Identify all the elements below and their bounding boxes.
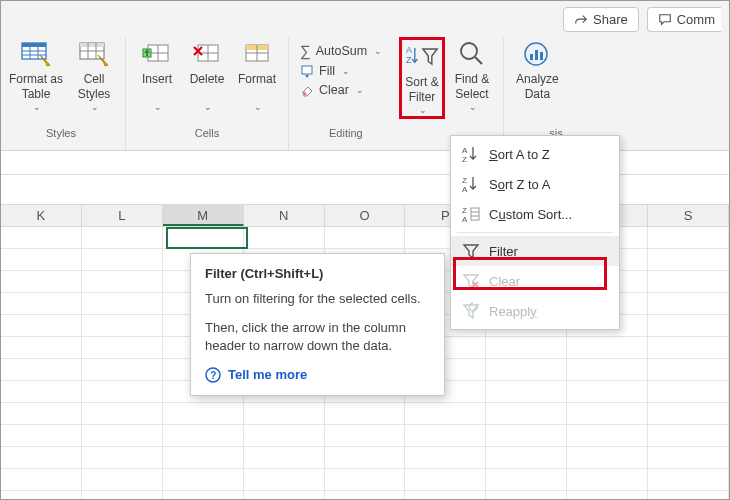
cell[interactable]: [82, 271, 163, 292]
cell[interactable]: [648, 403, 729, 424]
cell[interactable]: [1, 249, 82, 270]
menu-sort-za[interactable]: ZA Sort Z to A: [451, 169, 619, 199]
cell-styles-button[interactable]: Cell Styles⌄: [71, 37, 117, 115]
cell[interactable]: [648, 315, 729, 336]
cell[interactable]: [163, 425, 244, 446]
cell[interactable]: [567, 469, 648, 490]
cell[interactable]: [82, 337, 163, 358]
cell[interactable]: [244, 491, 325, 500]
cell[interactable]: [486, 359, 567, 380]
cell[interactable]: [325, 425, 406, 446]
cell[interactable]: [567, 337, 648, 358]
cell[interactable]: [244, 403, 325, 424]
fill-button[interactable]: Fill ⌄: [297, 63, 395, 79]
cell[interactable]: [648, 293, 729, 314]
cell[interactable]: [1, 271, 82, 292]
cell[interactable]: [1, 227, 82, 248]
cell[interactable]: [82, 249, 163, 270]
menu-custom-sort[interactable]: ZA Custom Sort...: [451, 199, 619, 229]
cell[interactable]: [405, 403, 486, 424]
cell[interactable]: [405, 447, 486, 468]
cell[interactable]: [325, 447, 406, 468]
cell[interactable]: [244, 425, 325, 446]
autosum-button[interactable]: ∑ AutoSum ⌄: [297, 41, 395, 60]
cell[interactable]: [648, 227, 729, 248]
cell[interactable]: [648, 359, 729, 380]
cell[interactable]: [82, 447, 163, 468]
cell[interactable]: [1, 425, 82, 446]
menu-filter[interactable]: Filter: [451, 236, 619, 266]
cell[interactable]: [1, 293, 82, 314]
column-header-M[interactable]: M: [163, 205, 244, 226]
find-select-button[interactable]: Find & Select⌄: [449, 37, 495, 115]
tell-me-more-link[interactable]: ? Tell me more: [205, 367, 430, 383]
cell[interactable]: [1, 403, 82, 424]
cell[interactable]: [163, 227, 244, 248]
cell[interactable]: [648, 425, 729, 446]
cell[interactable]: [567, 381, 648, 402]
cell[interactable]: [244, 469, 325, 490]
cell[interactable]: [82, 403, 163, 424]
cell[interactable]: [163, 491, 244, 500]
cell[interactable]: [1, 337, 82, 358]
cell[interactable]: [648, 381, 729, 402]
cell[interactable]: [82, 359, 163, 380]
cell[interactable]: [486, 337, 567, 358]
sort-filter-button[interactable]: AZ Sort & Filter⌄: [399, 37, 445, 119]
cell[interactable]: [567, 447, 648, 468]
column-header-L[interactable]: L: [82, 205, 163, 226]
cell[interactable]: [325, 403, 406, 424]
comments-button[interactable]: Comm: [647, 7, 721, 32]
cell[interactable]: [325, 227, 406, 248]
cell[interactable]: [648, 491, 729, 500]
column-header-S[interactable]: S: [648, 205, 729, 226]
menu-sort-az[interactable]: AZ Sort A to Z: [451, 139, 619, 169]
column-header-K[interactable]: K: [1, 205, 82, 226]
cell[interactable]: [405, 491, 486, 500]
cell[interactable]: [163, 469, 244, 490]
cell[interactable]: [82, 315, 163, 336]
cell[interactable]: [325, 491, 406, 500]
cell[interactable]: [648, 337, 729, 358]
cell[interactable]: [486, 381, 567, 402]
cell[interactable]: [405, 469, 486, 490]
cell[interactable]: [1, 359, 82, 380]
cell[interactable]: [567, 359, 648, 380]
cell[interactable]: [486, 403, 567, 424]
cell[interactable]: [1, 381, 82, 402]
cell[interactable]: [82, 425, 163, 446]
cell[interactable]: [567, 491, 648, 500]
cell[interactable]: [244, 227, 325, 248]
cell[interactable]: [82, 491, 163, 500]
cell[interactable]: [567, 425, 648, 446]
cell[interactable]: [486, 469, 567, 490]
cell[interactable]: [648, 469, 729, 490]
cell[interactable]: [486, 491, 567, 500]
cell[interactable]: [82, 469, 163, 490]
cell[interactable]: [648, 271, 729, 292]
cell[interactable]: [82, 293, 163, 314]
delete-button[interactable]: Delete⌄: [184, 37, 230, 115]
format-as-table-button[interactable]: Format as Table⌄: [5, 37, 67, 115]
cell[interactable]: [82, 381, 163, 402]
clear-button[interactable]: Clear ⌄: [297, 82, 395, 98]
insert-button[interactable]: Insert⌄: [134, 37, 180, 115]
cell[interactable]: [1, 491, 82, 500]
cell[interactable]: [244, 447, 325, 468]
cell[interactable]: [1, 469, 82, 490]
cell[interactable]: [486, 425, 567, 446]
column-header-O[interactable]: O: [325, 205, 406, 226]
column-header-N[interactable]: N: [244, 205, 325, 226]
cell[interactable]: [648, 447, 729, 468]
cell[interactable]: [567, 403, 648, 424]
cell[interactable]: [648, 249, 729, 270]
cell[interactable]: [325, 469, 406, 490]
cell[interactable]: [1, 315, 82, 336]
cell[interactable]: [163, 447, 244, 468]
cell[interactable]: [486, 447, 567, 468]
cell[interactable]: [1, 447, 82, 468]
share-button[interactable]: Share: [563, 7, 639, 32]
cell[interactable]: [163, 403, 244, 424]
format-button[interactable]: Format⌄: [234, 37, 280, 115]
analyze-data-button[interactable]: Analyze Data: [512, 37, 563, 104]
